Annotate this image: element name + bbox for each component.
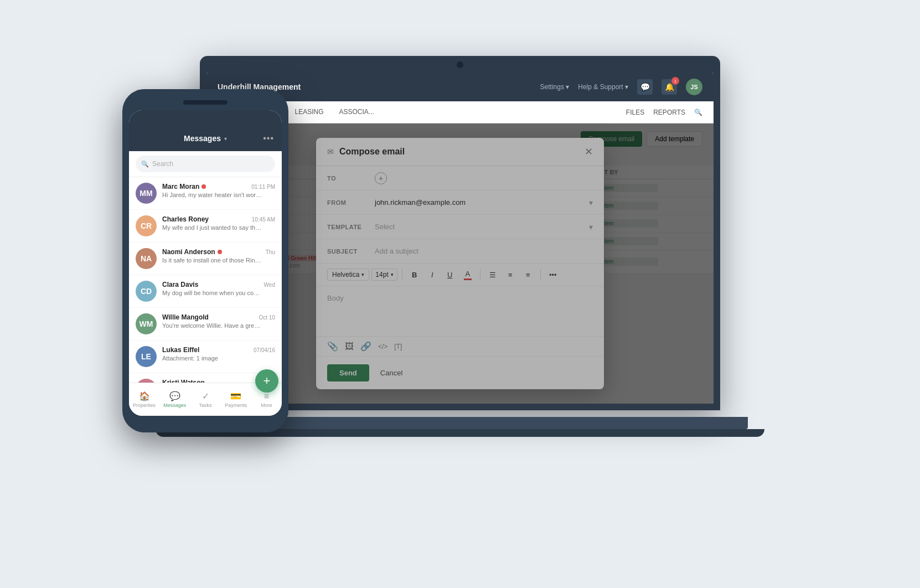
message-content: Willie Mangold Oct 10 You're welcome Wil… [162, 313, 275, 329]
phone-header-chevron-icon: ▾ [224, 136, 227, 142]
font-chevron-icon: ▾ [361, 272, 364, 277]
underline-button[interactable]: U [442, 267, 458, 282]
list-item[interactable]: CR Charles Roney 10:45 AM My wife and I … [129, 210, 282, 243]
compose-message-fab[interactable]: + [255, 369, 278, 393]
chat-icon: 💬 [640, 82, 650, 91]
phone-nav-payments[interactable]: 💳 Payments [221, 391, 251, 408]
phone-search-input[interactable]: 🔍 Search [136, 156, 275, 172]
phone-statusbar [129, 110, 282, 126]
avatar: KW [136, 379, 157, 383]
sender-name: Marc Moran [162, 183, 206, 190]
list-item[interactable]: MM Marc Moran 01:11 PM Hi Jared, my wate… [129, 177, 282, 210]
nav-leasing[interactable]: LEASING [288, 101, 330, 123]
nav-search-icon[interactable]: 🔍 [694, 109, 702, 116]
phone-nav-label: More [261, 403, 272, 408]
message-time: Wed [264, 282, 275, 288]
phone-notch [183, 100, 228, 105]
message-content: Clara Davis Wed My dog will be home when… [162, 281, 275, 296]
phone-nav-properties[interactable]: 🏠 Properties [129, 391, 159, 408]
subject-field: SUBJECT Add a subject [316, 239, 604, 264]
phone-more-options-button[interactable]: ••• [263, 133, 274, 143]
phone-nav-tasks[interactable]: ✓ Tasks [190, 391, 220, 408]
phone-nav-icon: ≡ [264, 391, 269, 401]
help-link[interactable]: Help & Support ▾ [578, 83, 628, 91]
nav-files[interactable]: FILES [626, 109, 644, 116]
list-item[interactable]: LE Lukas Eiffel 07/04/16 Attachment: 1 i… [129, 341, 282, 373]
align-button[interactable]: ≡ [520, 267, 536, 282]
avatar: CR [136, 215, 157, 236]
attach-image-button[interactable]: 🖼 [345, 342, 354, 352]
unread-indicator [218, 250, 222, 254]
ordered-list-button[interactable]: ≡ [503, 267, 518, 282]
phone-header-title: Messages [184, 134, 221, 143]
phone-nav-label: Payments [225, 403, 247, 408]
phone-nav-more[interactable]: ≡ More [251, 391, 282, 408]
send-button[interactable]: Send [327, 364, 369, 381]
text-color-button[interactable]: A [460, 267, 475, 282]
italic-button[interactable]: I [425, 267, 440, 282]
subject-input[interactable]: Add a subject [375, 247, 593, 255]
insert-link-button[interactable]: 🔗 [360, 341, 371, 352]
from-field: FROM john.rickman@example.com ▾ [316, 190, 604, 215]
settings-link[interactable]: Settings ▾ [540, 83, 570, 91]
avatar: LE [136, 346, 157, 367]
message-preview: My wife and I just wanted to say thank y… [162, 224, 262, 231]
notification-badge: 1 [671, 77, 679, 85]
modal-header: ✉ Compose email ✕ [316, 138, 604, 166]
phone-search-placeholder: Search [152, 160, 173, 168]
laptop-notch [457, 61, 463, 68]
email-icon: ✉ [327, 147, 334, 156]
avatar: CD [136, 281, 157, 302]
avatar: MM [136, 183, 157, 204]
toolbar-separator [402, 269, 402, 280]
phone-nav-icon: 💳 [230, 391, 241, 401]
user-avatar[interactable]: JS [686, 79, 702, 95]
color-indicator: A [464, 270, 472, 280]
list-item[interactable]: NA Naomi Anderson Thu Is it safe to inst… [129, 243, 282, 275]
notification-btn[interactable]: 🔔 1 [661, 79, 677, 95]
phone-nav-icon: 🏠 [139, 391, 150, 401]
chat-icon-btn[interactable]: 💬 [637, 79, 653, 95]
size-chevron-icon: ▾ [391, 272, 394, 277]
modal-close-button[interactable]: ✕ [585, 147, 593, 157]
more-options-button[interactable]: ••• [545, 267, 561, 282]
list-item[interactable]: CD Clara Davis Wed My dog will be home w… [129, 275, 282, 308]
template-field: TEMPLATE Select ▾ [316, 215, 604, 239]
sender-name: Kristi Watson [162, 379, 205, 383]
template-placeholder: Select [375, 223, 395, 231]
insert-code-button[interactable]: </> [378, 343, 387, 350]
sender-name: Willie Mangold [162, 313, 209, 321]
template-select[interactable]: Select ▾ [375, 223, 593, 231]
phone-shell: Messages ▾ ••• 🔍 Search MM Marc Moran [122, 89, 288, 432]
phone-nav-messages[interactable]: 💬 Messages [159, 391, 190, 408]
formatting-toolbar: Helvetica ▾ 14pt ▾ B I U [316, 264, 604, 286]
phone-search-bar: 🔍 Search [129, 151, 282, 177]
unordered-list-button[interactable]: ☰ [485, 267, 500, 282]
list-item[interactable]: WM Willie Mangold Oct 10 You're welcome … [129, 308, 282, 341]
phone-nav-icon: ✓ [202, 391, 209, 401]
cancel-button[interactable]: Cancel [375, 364, 408, 381]
nav-associa[interactable]: ASSOCIA... [333, 101, 381, 123]
message-content: Marc Moran 01:11 PM Hi Jared, my water h… [162, 183, 275, 198]
attach-file-button[interactable]: 📎 [327, 341, 338, 352]
phone-messages-header: Messages ▾ ••• [129, 126, 282, 151]
topbar-actions: Settings ▾ Help & Support ▾ 💬 🔔 1 JS [540, 79, 702, 95]
subject-label: SUBJECT [327, 248, 366, 255]
bold-button[interactable]: B [407, 267, 422, 282]
laptop-shell: Underhill Management Settings ▾ Help & S… [156, 45, 764, 543]
message-preview: Hi Jared, my water heater isn't working.… [162, 192, 262, 198]
phone-nav-label: Messages [163, 403, 186, 408]
font-selector[interactable]: Helvetica ▾ [327, 269, 369, 281]
nav-reports[interactable]: REPORTS [653, 109, 685, 116]
attachment-row: 📎 🖼 🔗 </> [T] [316, 336, 604, 356]
from-chevron-icon[interactable]: ▾ [589, 198, 593, 207]
message-preview: Is it safe to install one of those Ring … [162, 257, 262, 264]
add-recipient-button[interactable]: + [375, 172, 387, 184]
font-size-selector[interactable]: 14pt ▾ [371, 269, 397, 281]
email-body-area[interactable]: Body [316, 286, 604, 336]
message-preview: Attachment: 1 image [162, 355, 262, 362]
phone-nav-icon: 💬 [169, 391, 180, 401]
message-time: 07/04/16 [254, 347, 275, 353]
message-content: Naomi Anderson Thu Is it safe to install… [162, 248, 275, 264]
insert-template-button[interactable]: [T] [394, 343, 402, 350]
